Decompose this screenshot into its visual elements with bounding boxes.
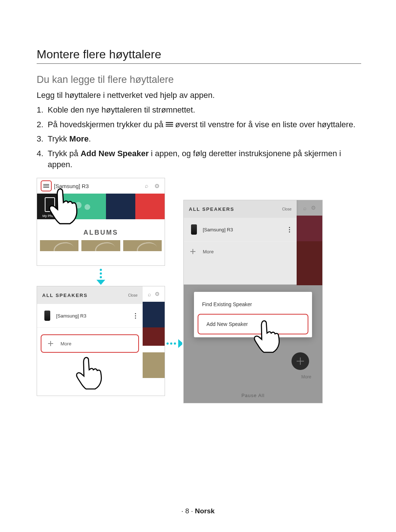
app-header: [Samsung] R3 ⌕ ⚙ <box>37 178 165 194</box>
gear-icon[interactable]: ⚙ <box>153 183 161 190</box>
step-2: På hovedskjermen trykker du på øverst ti… <box>37 119 361 130</box>
speakers-panel: ALL SPEAKERS Close [Samsung] R3 More <box>37 286 143 396</box>
lead-text: Legg til høyttalere i nettverket ved hje… <box>37 91 361 100</box>
speaker-name: [Samsung] R3 <box>56 313 86 319</box>
search-icon[interactable]: ⌕ <box>148 291 151 297</box>
step-3-a: Trykk <box>48 134 69 143</box>
page-lang: Norsk <box>195 507 215 515</box>
speaker-name: [Samsung] R3 <box>203 227 233 232</box>
speaker-row[interactable]: [Samsung] R3 <box>184 218 297 242</box>
hamburger-icon <box>43 183 49 188</box>
kebab-icon[interactable] <box>289 227 292 232</box>
pause-all[interactable]: Pause All <box>184 388 322 403</box>
gear-icon[interactable]: ⚙ <box>155 291 160 297</box>
fab-label: More <box>301 374 311 379</box>
panel-title: ALL SPEAKERS <box>42 293 88 298</box>
content-strip <box>297 216 322 285</box>
more-label: More <box>60 341 72 346</box>
tile-service-3[interactable] <box>135 194 165 219</box>
tile-strip <box>143 302 165 327</box>
header-icons: ⌕ ⚙ <box>143 286 165 302</box>
page-footer: · 8 · Norsk <box>0 507 396 515</box>
popup-add-new-highlight[interactable]: Add New Speaker <box>198 314 308 334</box>
step-3-bold: More <box>69 134 89 143</box>
screenshot-3: ⌕ ⚙ ALL SPEAKERS Close [Samsung] R3 More… <box>183 200 323 403</box>
source-tiles: My Phone <box>37 194 165 219</box>
speakers-panel: ALL SPEAKERS Close [Samsung] R3 More <box>184 200 297 285</box>
tile-my-phone[interactable]: My Phone <box>37 194 63 219</box>
more-label: More <box>203 249 214 254</box>
search-icon[interactable]: ⌕ <box>303 205 307 211</box>
step-4: Trykk på Add New Speaker i appen, og føl… <box>37 148 361 170</box>
page-number: · 8 · <box>182 507 195 515</box>
add-speaker-popup: Find Existing Speaker Add New Speaker <box>194 292 312 337</box>
gear-icon[interactable]: ⚙ <box>311 205 316 211</box>
step-4-bold: Add New Speaker <box>81 149 149 158</box>
tile-my-phone-label: My Phone <box>43 214 58 218</box>
page-title: Montere flere høyttalere <box>37 48 361 64</box>
step-3-c: . <box>89 134 91 143</box>
menu-icon <box>166 121 173 128</box>
step-1: Koble den nye høyttaleren til strømnette… <box>37 104 361 115</box>
steps-list: Koble den nye høyttaleren til strømnette… <box>37 104 361 170</box>
section-subtitle: Du kan legge til flere høyttalere <box>37 74 361 85</box>
speaker-row[interactable]: [Samsung] R3 <box>37 304 143 328</box>
plus-icon <box>47 340 54 347</box>
step-3: Trykk More. <box>37 133 361 144</box>
screenshot-1: [Samsung] R3 ⌕ ⚙ My Phone ALBUMS <box>37 178 165 266</box>
more-button-highlight[interactable]: More <box>41 334 139 353</box>
speaker-icon <box>44 311 50 321</box>
more-row[interactable]: More <box>184 242 297 261</box>
close-button[interactable]: Close <box>128 293 138 297</box>
plus-icon <box>190 248 196 255</box>
kebab-icon[interactable] <box>135 313 138 319</box>
tile-strip <box>143 352 165 378</box>
close-button[interactable]: Close <box>282 207 292 211</box>
header-icons: ⌕ ⚙ <box>297 200 322 216</box>
panel-title: ALL SPEAKERS <box>189 206 234 212</box>
header-title: [Samsung] R3 <box>54 183 140 189</box>
arrow-down-icon <box>96 269 106 285</box>
album-thumb[interactable] <box>123 240 162 251</box>
album-thumbs <box>37 240 165 251</box>
figures: [Samsung] R3 ⌕ ⚙ My Phone ALBUMS ⌕ ⚙ <box>37 178 361 412</box>
albums-heading: ALBUMS <box>37 219 165 240</box>
content-strip: ⌕ ⚙ <box>143 286 165 396</box>
panel-header: ALL SPEAKERS Close <box>37 286 143 304</box>
step-2-a: På hovedskjermen trykker du på <box>48 120 164 129</box>
tile-service-1[interactable] <box>63 194 106 219</box>
search-icon[interactable]: ⌕ <box>143 183 151 189</box>
tile-service-2[interactable] <box>106 194 135 219</box>
panel-header: ALL SPEAKERS Close <box>184 200 297 218</box>
album-thumb[interactable] <box>81 240 120 251</box>
screenshot-2: ⌕ ⚙ ALL SPEAKERS Close [Samsung] R3 More <box>37 286 165 396</box>
popup-find-existing[interactable]: Find Existing Speaker <box>194 295 312 314</box>
album-thumb[interactable] <box>40 240 78 251</box>
step-4-a: Trykk på <box>48 149 81 158</box>
step-2-b: øverst til venstre for å vise en liste o… <box>175 120 356 129</box>
speaker-icon <box>191 224 197 235</box>
menu-button-highlight[interactable] <box>41 180 52 191</box>
arrow-right-icon <box>166 339 185 348</box>
tile-strip <box>143 327 165 346</box>
